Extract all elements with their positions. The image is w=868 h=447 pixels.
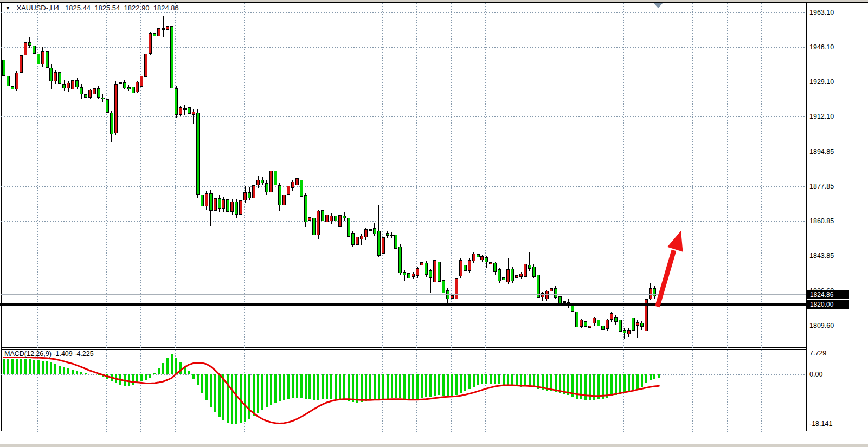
macd-histogram-bar: [80, 372, 82, 374]
macd-histogram-bar: [283, 374, 285, 400]
candle: [123, 82, 126, 88]
candle: [54, 72, 57, 81]
macd-histogram-bar: [305, 374, 307, 399]
candle: [610, 313, 613, 320]
macd-histogram-bar: [128, 374, 130, 386]
macd-histogram-bar: [537, 374, 539, 389]
macd-panel[interactable]: [2, 350, 806, 431]
candle: [162, 28, 165, 30]
candle: [347, 218, 350, 237]
chart-shift-marker-icon[interactable]: [654, 3, 663, 8]
macd-histogram-bar: [378, 374, 380, 400]
candle: [532, 267, 536, 276]
candle: [179, 107, 182, 114]
macd-histogram-bar: [623, 374, 626, 393]
macd-histogram-bar: [593, 374, 595, 400]
macd-histogram-bar: [162, 363, 164, 374]
candle: [433, 260, 436, 282]
candle: [588, 326, 591, 328]
macd-histogram-bar: [287, 374, 290, 399]
macd-histogram-bar: [610, 374, 613, 396]
macd-histogram-bar: [395, 374, 397, 398]
candle: [373, 228, 376, 234]
macd-histogram-bar: [425, 374, 427, 397]
candle: [515, 275, 518, 278]
macd-histogram-bar: [464, 374, 466, 391]
candle: [300, 180, 303, 197]
macd-histogram-bar: [124, 374, 126, 386]
macd-histogram-bar: [602, 374, 604, 399]
candle: [545, 291, 549, 299]
macd-histogram-bar: [3, 359, 5, 374]
price-axis[interactable]: [807, 3, 868, 431]
macd-histogram-bar: [580, 374, 582, 399]
macd-histogram-bar: [369, 374, 371, 400]
macd-histogram-bar: [175, 358, 177, 374]
macd-histogram-bar: [516, 374, 518, 386]
candle: [351, 233, 355, 244]
macd-histogram-bar: [29, 359, 31, 374]
macd-histogram-bar: [145, 374, 147, 380]
macd-histogram-bar: [24, 359, 27, 374]
symbol-dropdown-icon[interactable]: ▼: [5, 5, 10, 11]
macd-histogram-bar: [59, 366, 61, 374]
macd-histogram-bar: [597, 374, 600, 399]
candle: [640, 323, 644, 327]
macd-histogram-bar: [628, 374, 630, 392]
candle: [205, 193, 208, 206]
macd-histogram-bar: [235, 374, 237, 424]
candle: [15, 73, 18, 89]
price-tick-label: 1860.85: [809, 217, 834, 225]
price-tick-label: 1929.10: [809, 78, 834, 86]
price-chart-panel[interactable]: [2, 3, 806, 347]
price-tick-label: 1877.85: [809, 183, 834, 190]
mt4-chart-window: { "header": { "symbol": "XAUUSD-,H4", "o…: [0, 0, 868, 447]
macd-histogram-bar: [93, 374, 95, 374]
time-axis[interactable]: 25 Jan 202327 Jan 16:001 Feb 08:006 Feb …: [0, 431, 807, 443]
candle: [261, 180, 264, 183]
support-level-line[interactable]: [0, 303, 807, 306]
macd-histogram-bar: [524, 374, 526, 386]
candle: [480, 256, 484, 261]
macd-histogram-bar: [72, 370, 74, 374]
candle: [614, 317, 618, 322]
candle: [235, 202, 238, 215]
macd-histogram-bar: [132, 374, 134, 385]
macd-histogram-bar: [567, 374, 569, 395]
candle: [468, 260, 471, 271]
candle: [356, 237, 359, 245]
macd-histogram-bar: [490, 374, 492, 384]
macd-histogram-bar: [352, 374, 354, 402]
candle: [308, 217, 311, 221]
macd-histogram-bar: [563, 374, 565, 394]
macd-histogram-bar: [606, 374, 608, 398]
candle: [37, 54, 40, 65]
candle: [619, 320, 622, 332]
candle-wick: [590, 319, 590, 330]
candle: [580, 320, 583, 327]
price-tick-label: 1894.85: [809, 148, 834, 156]
macd-histogram-bar: [550, 374, 552, 391]
macd-histogram-bar: [244, 374, 246, 422]
macd-histogram-bar: [136, 374, 138, 383]
candle: [269, 171, 273, 192]
macd-tick-label: 7.729: [809, 349, 826, 357]
macd-histogram-bar: [89, 374, 91, 374]
macd-histogram-bar: [158, 368, 160, 374]
macd-histogram-bar: [615, 374, 617, 395]
symbol-ohlc-line: ▼ XAUUSD-,H4 1825.44 1825.54 1822.90 182…: [4, 4, 179, 12]
macd-histogram-bar: [442, 374, 445, 396]
candle: [360, 236, 363, 239]
candle: [157, 28, 160, 36]
candle: [256, 180, 260, 185]
macd-histogram-bar: [542, 374, 544, 390]
candle: [188, 107, 191, 113]
macd-histogram-bar: [412, 374, 414, 400]
macd-histogram-bar: [248, 374, 250, 419]
macd-histogram-bar: [555, 374, 557, 392]
candle: [636, 322, 639, 326]
candle: [149, 33, 152, 54]
candle: [291, 182, 294, 188]
candle: [511, 269, 514, 281]
chart-top-border: [0, 2, 868, 3]
